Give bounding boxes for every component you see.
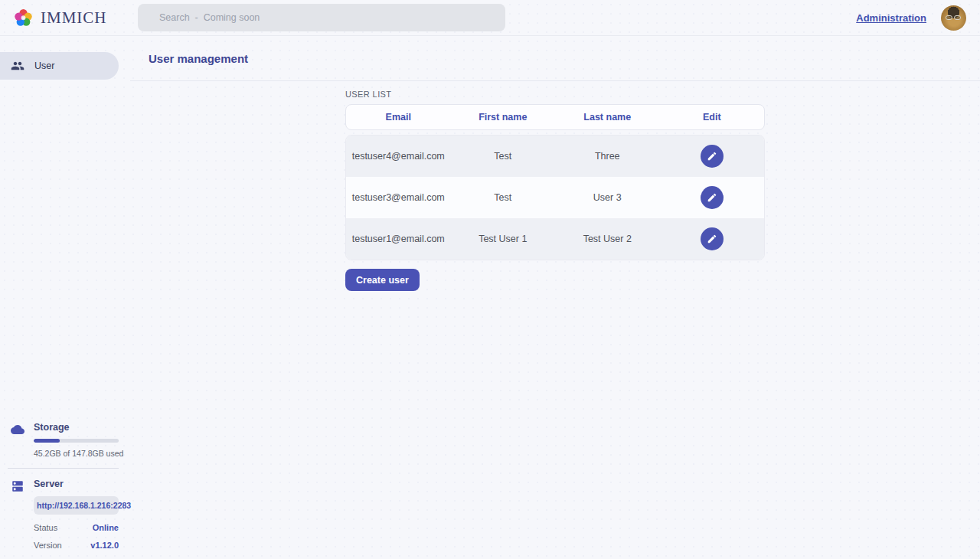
server-url: http://192.168.1.216:2283 [34,496,119,515]
administration-link[interactable]: Administration [856,12,926,24]
users-icon [11,59,24,73]
storage-usage-text: 45.2GB of 147.8GB used [34,449,119,458]
table-header: Email First name Last name Edit [345,104,765,130]
version-value: v1.12.0 [90,541,119,550]
brand-area[interactable]: IMMICH [0,8,138,28]
cell-first-name: Test [451,151,556,162]
search-input[interactable] [138,4,505,31]
cloud-icon [11,423,24,436]
table-row: testuser3@email.com Test User 3 [346,177,764,218]
sidebar-item-user[interactable]: User [0,52,119,80]
server-status-row: Status Online [34,523,119,532]
user-avatar[interactable] [941,5,966,31]
main-panel: User management USER LIST Email First na… [130,36,980,559]
sidebar-item-label: User [34,60,54,71]
page-title: User management [149,52,248,65]
storage-title: Storage [34,422,119,433]
column-header-last-name: Last name [555,112,660,123]
cell-last-name: Three [555,151,660,162]
server-section: Server http://192.168.1.216:2283 Status … [11,479,119,550]
immich-logo-icon [13,8,34,28]
sidebar-divider [8,468,119,469]
pencil-icon [707,234,717,244]
server-version-row: Version v1.12.0 [34,541,119,550]
title-bar: User management [130,36,980,81]
edit-user-button[interactable] [701,227,724,250]
table-row: testuser4@email.com Test Three [346,136,764,177]
edit-user-button[interactable] [701,186,724,209]
edit-user-button[interactable] [701,145,724,168]
version-label: Version [34,541,62,550]
top-header: IMMICH Administration [0,0,980,36]
cell-first-name: Test [451,192,556,203]
column-header-first-name: First name [451,112,556,123]
create-user-button[interactable]: Create user [345,269,420,291]
brand-text: IMMICH [41,8,107,28]
column-header-edit: Edit [660,112,765,123]
column-header-email: Email [346,112,451,123]
pencil-icon [707,192,717,203]
status-label: Status [34,523,57,532]
sidebar: User Storage 45.2GB of 147.8GB used [0,36,130,559]
section-label: USER LIST [345,90,765,99]
user-list-content: USER LIST Email First name Last name Edi… [345,90,765,291]
storage-progress-fill [34,439,60,443]
cell-last-name: User 3 [555,192,660,203]
server-icon [11,479,24,493]
pencil-icon [707,151,717,162]
avatar-glasses-detail [946,15,961,20]
storage-progress-track [34,439,119,443]
user-table: testuser4@email.com Test Three testuser3… [345,135,765,260]
status-value: Online [93,523,119,532]
cell-email: testuser4@email.com [346,151,451,162]
table-row: testuser1@email.com Test User 1 Test Use… [346,218,764,260]
cell-email: testuser3@email.com [346,192,451,203]
cell-last-name: Test User 2 [555,234,660,244]
server-title: Server [34,479,119,489]
sidebar-footer: Storage 45.2GB of 147.8GB used Server [0,422,119,559]
storage-section: Storage 45.2GB of 147.8GB used [11,422,119,458]
cell-email: testuser1@email.com [346,234,451,244]
cell-first-name: Test User 1 [451,234,556,244]
